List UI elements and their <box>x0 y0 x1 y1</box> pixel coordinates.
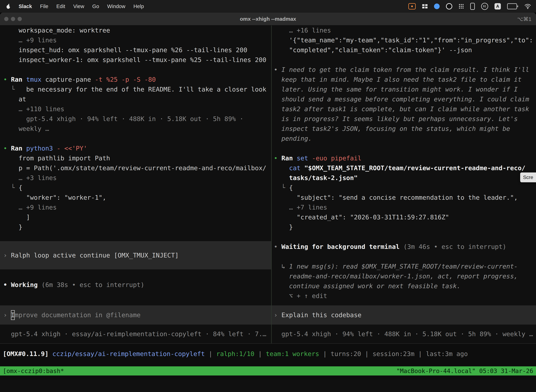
menu-view[interactable]: View <box>73 4 84 9</box>
text-segment: gpt-5.4 xhigh · essay/ai-reimplementatio… <box>3 330 266 338</box>
text-segment: › <box>3 310 11 320</box>
minimize-button[interactable] <box>11 17 15 21</box>
text-segment: turns:20 <box>330 350 361 357</box>
terminal-line: weekly … <box>0 124 271 134</box>
terminal-line <box>272 55 536 65</box>
menu-go[interactable]: Go <box>92 4 99 9</box>
text-segment: '{"team_name":"my-team","task_id":"1","f… <box>274 37 533 44</box>
text-segment: { <box>289 184 293 191</box>
text-segment: I <box>11 310 15 320</box>
dots-grid-icon[interactable] <box>459 2 464 10</box>
text-segment: keep that in mind. Maybe I also need the… <box>274 76 522 83</box>
terminal-line: inspect_hud: omx sparkshell --tmux-pane … <box>0 45 271 55</box>
terminal-line: pending. <box>272 134 536 144</box>
text-segment: [OMX#0.11.9] <box>3 350 53 357</box>
apple-icon <box>6 4 10 9</box>
terminal-line: • Waiting for background terminal (3m 46… <box>272 242 536 252</box>
text-segment: -t %25 -p -S -80 <box>95 76 156 83</box>
menu-edit[interactable]: Edit <box>57 4 65 9</box>
terminal-line: └ { <box>0 183 271 193</box>
badge-61-icon[interactable]: 61 <box>481 3 488 10</box>
terminal-line: '{"team_name":"my-team","task_id":"1","f… <box>272 35 536 45</box>
text-segment: at <box>3 96 26 103</box>
terminal-line: "subject": "send a concise recommendatio… <box>272 193 536 202</box>
wifi-icon[interactable] <box>524 2 531 10</box>
terminal-line: task2 after task1 is complete, but can I… <box>272 104 536 114</box>
blue-app-icon[interactable] <box>434 2 440 10</box>
text-segment: weekly … <box>3 125 49 132</box>
text-segment: "subject": "send a concise recommendatio… <box>274 194 518 201</box>
window-title: omx --xhigh --madmax <box>240 16 296 22</box>
text-segment: task2 after task1 is complete, but can I… <box>274 105 529 112</box>
left-terminal-pane[interactable]: workspace_mode: worktree … +9 lines insp… <box>0 25 271 343</box>
keyboard-layout-icon[interactable]: A <box>494 3 501 9</box>
window-shortcut: ⌥⌘1 <box>517 16 531 22</box>
screen-record-icon[interactable] <box>408 2 416 10</box>
text-segment: | <box>361 350 373 357</box>
window-grid-icon[interactable] <box>422 2 428 10</box>
close-button[interactable] <box>4 17 9 21</box>
text-segment: └ <box>274 184 289 191</box>
right-terminal-pane[interactable]: … +16 lines '{"team_name":"my-team","tas… <box>272 25 536 343</box>
text-segment: • <box>274 243 281 250</box>
text-segment: session:23m <box>373 350 414 357</box>
terminal-line: • Ran python3 - <<'PY' <box>0 144 271 153</box>
terminal-line: continue assigned work or next feasible … <box>272 281 536 291</box>
terminal-line <box>0 134 271 144</box>
terminal-line <box>272 144 536 153</box>
zoom-button[interactable] <box>18 17 22 21</box>
text-segment: Explain this codebase <box>281 310 361 320</box>
wifi-glyph <box>524 4 531 9</box>
text-segment: pending. <box>274 135 312 142</box>
terminal-line <box>0 65 271 75</box>
terminal-line: • Working (6m 38s • esc to interrupt) <box>0 280 271 290</box>
menu-help[interactable]: Help <box>134 4 144 9</box>
menubar-app-name[interactable]: Slack <box>19 4 32 9</box>
terminal-line: … +7 lines <box>272 202 536 212</box>
text-segment: ] <box>3 214 30 221</box>
terminal-line: • Ran tmux capture-pane -t %25 -p -S -80 <box>0 75 271 84</box>
battery-icon[interactable] <box>507 2 518 10</box>
text-segment: … +9 lines <box>3 37 57 44</box>
text-segment: Ran <box>281 154 297 162</box>
text-segment: "$OMX_TEAM_STATE_ROOT/team/review-curren… <box>304 164 525 172</box>
text-segment: … +9 lines <box>3 204 57 211</box>
terminal-line: cat "$OMX_TEAM_STATE_ROOT/team/review-cu… <box>272 163 536 173</box>
text-segment: | <box>415 350 426 357</box>
text-segment: set <box>297 154 312 162</box>
terminal-line: from pathlib import Path <box>0 153 271 163</box>
terminal-line: … +3 lines <box>0 173 271 183</box>
text-segment: I need to get the claim token from the c… <box>281 66 529 73</box>
text-segment: later. Using the same for transition mig… <box>274 86 518 93</box>
text-segment: tmux <box>26 76 45 83</box>
prompt-suggestion-band[interactable]: › Explain this codebase <box>272 305 536 325</box>
ring-app-icon[interactable] <box>446 2 452 10</box>
terminal-line: gpt-5.4 xhigh · 94% left · 488K in · 5.1… <box>272 329 536 339</box>
text-segment: Ralph loop active continue [OMX_TMUX_INJ… <box>11 250 179 260</box>
terminal-line: } <box>272 222 536 232</box>
terminal-line: gpt-5.4 xhigh · essay/ai-reimplementatio… <box>0 329 271 339</box>
text-segment: Waiting for background terminal <box>281 243 403 250</box>
text-segment: (6m 38s • esc to interrupt) <box>42 281 144 288</box>
terminal-line: … +110 lines <box>0 104 271 114</box>
terminal-line: p = Path('.omx/state/team/review-current… <box>0 163 271 173</box>
text-segment: tasks/task-2.json" <box>289 174 358 182</box>
text-segment: … +110 lines <box>3 105 64 112</box>
terminal-line: gpt-5.4 xhigh · 94% left · 488K in · 5.1… <box>0 114 271 124</box>
prompt-suggestion-band[interactable]: › Improve documentation in @filename <box>0 305 271 325</box>
apple-menu[interactable] <box>6 2 10 10</box>
text-segment: cat <box>289 164 304 172</box>
menu-window[interactable]: Window <box>107 4 125 9</box>
terminal-line: └ be necessary for the end of the README… <box>0 84 271 94</box>
terminal-line: … +9 lines <box>0 35 271 45</box>
terminal-line: ⌥ + ↑ edit <box>272 291 536 301</box>
tmux-host-clock: "MacBook-Pro-44.local" 05:03 31-Mar-26 <box>396 367 533 374</box>
text-segment <box>274 174 289 182</box>
terminal-line: at <box>0 94 271 104</box>
window-titlebar: omx --xhigh --madmax ⌥⌘1 <box>0 13 536 25</box>
terminal-line: … +16 lines <box>272 25 536 35</box>
prompt-suggestion-band[interactable]: › Ralph loop active continue [OMX_TMUX_I… <box>0 241 271 269</box>
menu-file[interactable]: File <box>40 4 48 9</box>
phone-icon[interactable] <box>470 2 475 10</box>
text-segment: › <box>274 310 281 320</box>
